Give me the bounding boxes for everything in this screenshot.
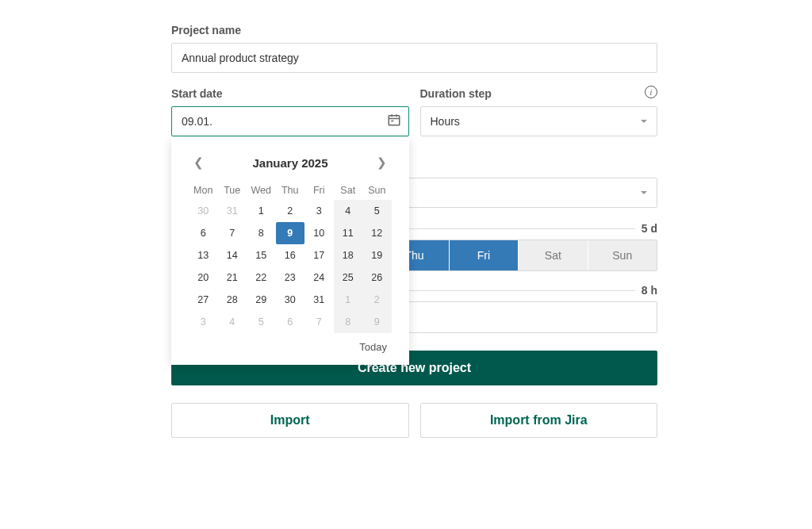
- workdays-badge: 5 d: [642, 222, 657, 235]
- calendar-day[interactable]: 31: [304, 289, 334, 311]
- calendar-day[interactable]: 25: [334, 266, 363, 289]
- calendar-day[interactable]: 19: [362, 244, 392, 266]
- duration-step-value: Hours: [431, 115, 460, 128]
- calendar-day[interactable]: 7: [304, 311, 334, 333]
- calendar-day[interactable]: 3: [304, 200, 334, 222]
- calendar-day[interactable]: 17: [304, 244, 334, 266]
- calendar-popover: ❮ January 2025 ❯ MonTueWedThuFriSatSun30…: [171, 138, 409, 365]
- calendar-prev-icon[interactable]: ❮: [189, 152, 209, 173]
- calendar-day[interactable]: 2: [276, 200, 305, 222]
- calendar-day[interactable]: 9: [362, 311, 392, 333]
- calendar-title: January 2025: [252, 156, 327, 170]
- project-name-input[interactable]: [171, 43, 657, 73]
- calendar-day[interactable]: 10: [304, 222, 334, 244]
- hours-badge: 8 h: [642, 284, 657, 297]
- calendar-day[interactable]: 16: [276, 244, 305, 266]
- project-name-label: Project name: [171, 24, 657, 36]
- calendar-day[interactable]: 30: [276, 289, 305, 311]
- calendar-dow: Thu: [276, 181, 305, 200]
- day-toggle-sun[interactable]: Sun: [588, 240, 657, 270]
- calendar-day[interactable]: 27: [189, 289, 218, 311]
- calendar-day[interactable]: 15: [247, 244, 276, 266]
- calendar-day[interactable]: 1: [334, 289, 363, 311]
- calendar-day[interactable]: 14: [218, 244, 247, 266]
- calendar-day[interactable]: 20: [189, 266, 218, 289]
- calendar-day[interactable]: 26: [362, 266, 392, 289]
- calendar-day[interactable]: 6: [276, 311, 305, 333]
- svg-rect-0: [389, 116, 400, 125]
- calendar-next-icon[interactable]: ❯: [372, 152, 392, 173]
- import-jira-button[interactable]: Import from Jira: [420, 403, 658, 438]
- calendar-dow: Sat: [334, 181, 363, 200]
- calendar-day[interactable]: 5: [247, 311, 276, 333]
- calendar-day[interactable]: 22: [247, 266, 276, 289]
- calendar-day[interactable]: 3: [189, 311, 218, 333]
- chevron-down-icon: [641, 120, 647, 123]
- calendar-today-button[interactable]: Today: [359, 341, 392, 353]
- calendar-day[interactable]: 30: [189, 200, 218, 222]
- calendar-day[interactable]: 23: [276, 266, 305, 289]
- calendar-day[interactable]: 8: [334, 311, 363, 333]
- calendar-day[interactable]: 28: [218, 289, 247, 311]
- duration-step-select[interactable]: Hours: [420, 106, 658, 136]
- day-toggle-fri[interactable]: Fri: [450, 240, 519, 270]
- start-date-input[interactable]: [171, 106, 409, 136]
- calendar-day[interactable]: 6: [189, 222, 218, 244]
- calendar-day[interactable]: 12: [362, 222, 392, 244]
- calendar-day[interactable]: 9: [276, 222, 305, 244]
- calendar-day[interactable]: 8: [247, 222, 276, 244]
- calendar-day[interactable]: 4: [334, 200, 363, 222]
- calendar-icon[interactable]: [387, 113, 401, 130]
- duration-step-label: Duration step: [420, 87, 658, 100]
- calendar-dow: Wed: [247, 181, 276, 200]
- day-toggle-sat[interactable]: Sat: [519, 240, 588, 270]
- calendar-dow: Sun: [362, 181, 392, 200]
- info-icon[interactable]: i: [645, 86, 657, 98]
- calendar-day[interactable]: 11: [334, 222, 363, 244]
- calendar-day[interactable]: 21: [218, 266, 247, 289]
- calendar-day[interactable]: 7: [218, 222, 247, 244]
- calendar-day[interactable]: 31: [218, 200, 247, 222]
- calendar-day[interactable]: 4: [218, 311, 247, 333]
- calendar-dow: Tue: [218, 181, 247, 200]
- calendar-day[interactable]: 13: [189, 244, 218, 266]
- calendar-day[interactable]: 2: [362, 289, 392, 311]
- calendar-day[interactable]: 5: [362, 200, 392, 222]
- calendar-dow: Fri: [304, 181, 334, 200]
- import-button[interactable]: Import: [171, 403, 409, 438]
- calendar-day[interactable]: 29: [247, 289, 276, 311]
- calendar-dow: Mon: [189, 181, 218, 200]
- chevron-down-icon: [641, 191, 647, 194]
- calendar-day[interactable]: 18: [334, 244, 363, 266]
- start-date-label: Start date: [171, 87, 409, 100]
- calendar-day[interactable]: 24: [304, 266, 334, 289]
- calendar-day[interactable]: 1: [247, 200, 276, 222]
